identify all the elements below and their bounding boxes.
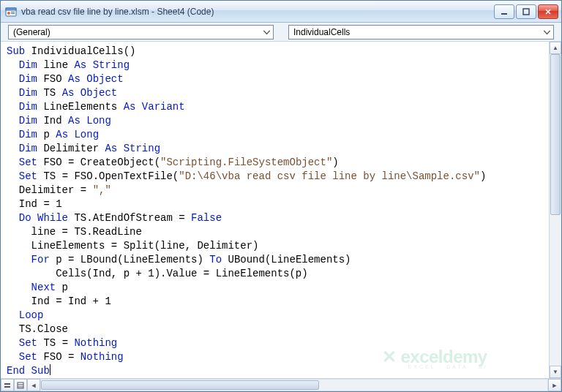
full-module-view-button[interactable] [14, 379, 27, 391]
scroll-left-arrow-icon[interactable]: ◄ [27, 379, 40, 391]
scroll-up-arrow-icon[interactable]: ▲ [550, 42, 561, 54]
vbe-code-window: vba read csv file line by line.xlsm - Sh… [0, 0, 562, 392]
procedure-view-button[interactable] [1, 379, 14, 391]
horizontal-scroll-track[interactable] [40, 379, 548, 391]
svg-rect-3 [11, 12, 15, 12]
svg-rect-6 [523, 9, 529, 15]
svg-rect-9 [18, 382, 23, 388]
procedure-dropdown[interactable]: IndividualCells [288, 25, 554, 39]
scroll-track[interactable] [550, 54, 561, 366]
close-button[interactable] [538, 4, 558, 19]
svg-rect-7 [4, 383, 10, 385]
chevron-down-icon [544, 28, 550, 36]
minimize-button[interactable] [494, 4, 514, 19]
svg-rect-1 [6, 8, 16, 10]
code-pane-wrap: Sub IndividualCells() Dim line As String… [1, 42, 561, 378]
chevron-down-icon [263, 28, 270, 36]
svg-rect-4 [11, 13, 15, 14]
scroll-down-arrow-icon[interactable]: ▼ [550, 366, 561, 378]
maximize-button[interactable] [516, 4, 536, 19]
window-title: vba read csv file line by line.xlsm - Sh… [21, 7, 494, 17]
svg-rect-8 [4, 386, 10, 388]
titlebar[interactable]: vba read csv file line by line.xlsm - Sh… [1, 1, 561, 23]
bottom-bar: ◄ ► [1, 378, 561, 391]
object-dropdown[interactable]: (General) [8, 25, 274, 39]
svg-rect-5 [501, 13, 507, 15]
code-editor[interactable]: Sub IndividualCells() Dim line As String… [1, 42, 549, 378]
scroll-thumb[interactable] [550, 54, 561, 215]
app-icon [5, 6, 17, 18]
horizontal-scroll-thumb[interactable] [41, 380, 319, 390]
vertical-scrollbar[interactable]: ▲ ▼ [549, 42, 561, 378]
svg-point-2 [7, 12, 10, 15]
object-dropdown-value: (General) [13, 27, 50, 37]
scroll-right-arrow-icon[interactable]: ► [548, 379, 561, 391]
declarations-bar: (General) IndividualCells [1, 23, 561, 42]
procedure-dropdown-value: IndividualCells [293, 27, 350, 37]
window-controls [494, 4, 558, 19]
